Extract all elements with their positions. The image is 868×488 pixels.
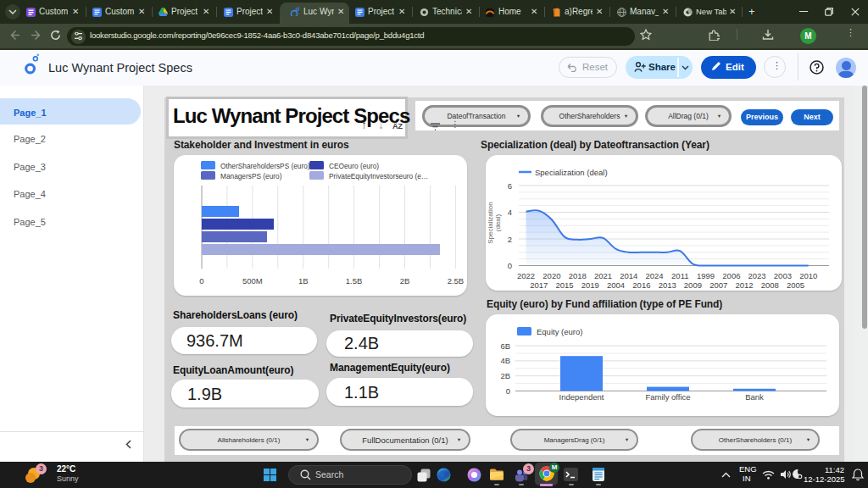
svg-text:2024: 2024	[645, 271, 663, 280]
svg-text:500M: 500M	[242, 276, 263, 286]
svg-text:2019: 2019	[581, 280, 599, 290]
svg-text:OtherShareholdersPS (euro): OtherShareholdersPS (euro)	[220, 162, 310, 170]
svg-text:(deal): (deal)	[494, 214, 502, 231]
svg-text:0: 0	[199, 276, 203, 286]
svg-text:2018: 2018	[569, 271, 587, 280]
svg-text:Specialization: Specialization	[487, 202, 494, 243]
svg-text:Bank: Bank	[745, 392, 764, 402]
svg-text:2B: 2B	[500, 371, 510, 380]
svg-text:2B: 2B	[400, 276, 410, 286]
svg-text:2020: 2020	[542, 271, 560, 280]
svg-text:2011: 2011	[671, 271, 688, 280]
svg-text:2014: 2014	[620, 271, 637, 280]
svg-text:2: 2	[508, 235, 512, 244]
svg-text:2022: 2022	[517, 271, 535, 280]
svg-text:4B: 4B	[500, 356, 510, 365]
svg-text:1.5B: 1.5B	[346, 276, 363, 286]
svg-text:2021: 2021	[594, 271, 612, 280]
svg-text:Family office: Family office	[645, 392, 690, 402]
svg-text:1B: 1B	[298, 276, 309, 286]
svg-text:2.5B: 2.5B	[448, 276, 465, 286]
svg-text:6: 6	[508, 181, 512, 191]
svg-text:2003: 2003	[774, 271, 792, 280]
svg-text:ManagersPS (euro): ManagersPS (euro)	[220, 172, 282, 180]
svg-text:0: 0	[506, 386, 510, 396]
svg-text:1999: 1999	[697, 271, 715, 280]
svg-text:Equity (euro): Equity (euro)	[537, 327, 582, 336]
svg-text:2005: 2005	[787, 280, 804, 290]
svg-text:2017: 2017	[530, 280, 548, 290]
svg-text:2006: 2006	[722, 271, 740, 280]
svg-text:2009: 2009	[684, 280, 702, 290]
svg-text:PrivateEquityInvestorseuro (e…: PrivateEquityInvestorseuro (e…	[329, 172, 428, 180]
svg-text:Specialization (deal): Specialization (deal)	[535, 168, 608, 177]
svg-text:2013: 2013	[659, 280, 676, 290]
svg-text:CEOeuro (euro): CEOeuro (euro)	[329, 162, 379, 170]
svg-text:4: 4	[508, 208, 512, 217]
svg-text:2023: 2023	[748, 271, 766, 280]
svg-text:6B: 6B	[500, 341, 510, 351]
svg-text:2004: 2004	[607, 280, 625, 290]
svg-text:Independent: Independent	[559, 392, 604, 402]
svg-text:2010: 2010	[799, 271, 817, 280]
svg-text:2016: 2016	[632, 280, 650, 290]
svg-text:2007: 2007	[709, 280, 727, 290]
svg-text:2008: 2008	[761, 280, 779, 290]
svg-text:0: 0	[508, 261, 512, 270]
svg-text:2015: 2015	[555, 280, 573, 290]
svg-text:2012: 2012	[735, 280, 753, 290]
